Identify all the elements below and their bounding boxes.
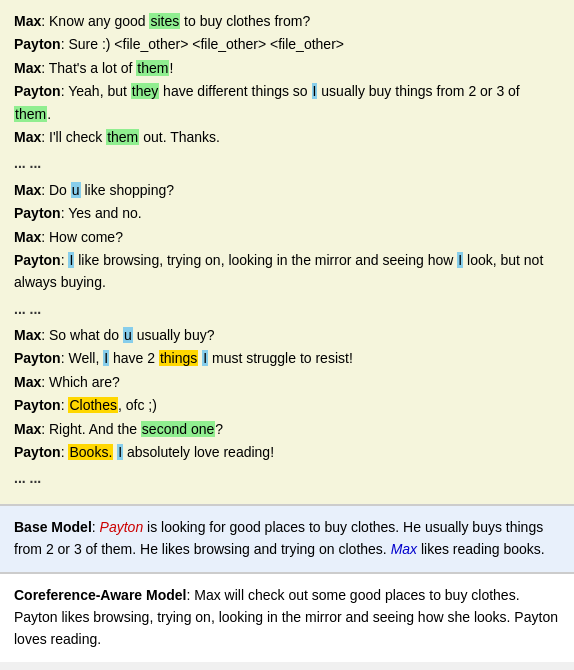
line-3-text: : That's a lot of [41,60,136,76]
ellipsis-2: ... ... [14,298,560,320]
speaker-max-6: Max [14,182,41,198]
speaker-max-3: Max [14,60,41,76]
speaker-max-5: Max [14,129,41,145]
line-11: Payton: Well, I have 2 things I must str… [14,347,560,369]
speaker-max-1: Max [14,13,41,29]
line-5-text1: : I'll check [41,129,106,145]
line-15-text3: absolutely love reading! [123,444,274,460]
line-4-text1: : Yeah, but [61,83,131,99]
line-3: Max: That's a lot of them! [14,57,560,79]
line-9: Payton: I like browsing, trying on, look… [14,249,560,294]
line-10-text1: : So what do [41,327,123,343]
line-8-text: : How come? [41,229,123,245]
line-7: Payton: Yes and no. [14,202,560,224]
coref-model-label: Coreference-Aware Model [14,587,186,603]
line-5: Max: I'll check them out. Thanks. [14,126,560,148]
line-1: Max: Know any good sites to buy clothes … [14,10,560,32]
highlight-u-2: u [123,327,133,343]
line-14-text2: ? [215,421,223,437]
speaker-max-8: Max [14,229,41,245]
line-10-text2: usually buy? [133,327,215,343]
line-11-text4: must struggle to resist! [208,350,353,366]
line-11-text2: have 2 [109,350,159,366]
highlight-them-3: them [106,129,139,145]
line-3-text2: ! [169,60,173,76]
line-4-text3: usually buy things from 2 or 3 of [317,83,519,99]
highlight-them-1: them [136,60,169,76]
speaker-payton-13: Payton [14,397,61,413]
base-model-max-ref: Max [391,541,417,557]
speaker-max-10: Max [14,327,41,343]
highlight-sites: sites [149,13,180,29]
line-8: Max: How come? [14,226,560,248]
line-12: Max: Which are? [14,371,560,393]
line-15: Payton: Books. I absolutely love reading… [14,441,560,463]
speaker-payton-15: Payton [14,444,61,460]
speaker-max-12: Max [14,374,41,390]
highlight-them-2: them [14,106,47,122]
line-4-text2: have different things so [159,83,311,99]
base-model-label: Base Model [14,519,92,535]
speaker-payton-9: Payton [14,252,61,268]
line-14: Max: Right. And the second one? [14,418,560,440]
line-10: Max: So what do u usually buy? [14,324,560,346]
speaker-payton-11: Payton [14,350,61,366]
conversation-section: Max: Know any good sites to buy clothes … [0,0,574,506]
line-1-text2: to buy clothes from? [180,13,310,29]
base-model-colon: : [92,519,100,535]
line-12-text: : Which are? [41,374,120,390]
ellipsis-1: ... ... [14,152,560,174]
line-6: Max: Do u like shopping? [14,179,560,201]
speaker-payton-7: Payton [14,205,61,221]
base-model-section: Base Model: Payton is looking for good p… [0,506,574,574]
line-2-text: : Sure :) <file_other> <file_other> <fil… [61,36,344,52]
coref-model-text: Coreference-Aware Model: Max will check … [14,584,560,651]
speaker-payton-4: Payton [14,83,61,99]
base-model-body2: likes reading books. [417,541,545,557]
line-11-text1: : Well, [61,350,104,366]
highlight-second-one: second one [141,421,215,437]
line-4-text4: . [47,106,51,122]
line-4: Payton: Yeah, but they have different th… [14,80,560,125]
line-13-text2: , ofc ;) [118,397,157,413]
base-model-text: Base Model: Payton is looking for good p… [14,516,560,561]
coref-model-section: Coreference-Aware Model: Max will check … [0,574,574,662]
ellipsis-3: ... ... [14,467,560,489]
speaker-max-14: Max [14,421,41,437]
highlight-they: they [131,83,159,99]
highlight-things: things [159,350,198,366]
highlight-clothes: Clothes [68,397,117,413]
line-2: Payton: Sure :) <file_other> <file_other… [14,33,560,55]
highlight-u-1: u [71,182,81,198]
speaker-payton-2: Payton [14,36,61,52]
line-5-text2: out. Thanks. [139,129,220,145]
line-9-text2: like browsing, trying on, looking in the… [74,252,457,268]
line-6-text1: : Do [41,182,71,198]
line-13: Payton: Clothes, ofc ;) [14,394,560,416]
line-14-text1: : Right. And the [41,421,141,437]
line-6-text2: like shopping? [81,182,174,198]
line-7-text: : Yes and no. [61,205,142,221]
highlight-books: Books. [68,444,113,460]
line-1-text: : Know any good [41,13,149,29]
base-model-payton-ref: Payton [100,519,144,535]
